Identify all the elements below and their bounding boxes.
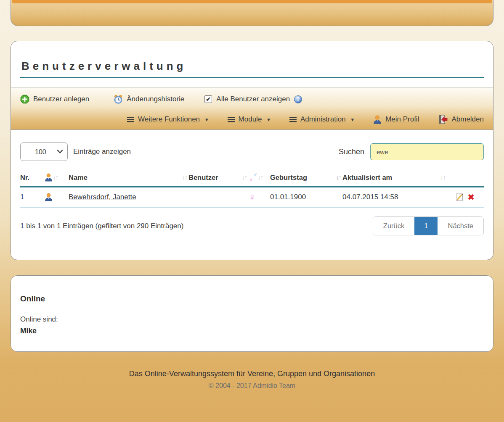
toolbar-band: Benutzer anlegen Änderungshistorie	[11, 87, 493, 130]
header-benutzer-label: Benutzer	[188, 174, 218, 182]
cell-gender: ♀	[248, 192, 270, 202]
page-title: Benutzerverwaltung	[20, 60, 484, 78]
cell-aktualisiert: 04.07.2015 14:58	[342, 193, 447, 201]
menu-item-administration[interactable]: Administration ▾	[289, 115, 354, 124]
header-aktualisiert-label: Aktualisiert am	[342, 174, 392, 182]
cell-name: Bewehrsdorf, Janette	[69, 193, 188, 201]
sort-icons[interactable]: ↓↑	[53, 174, 59, 181]
cell-member	[45, 193, 69, 201]
sort-icons[interactable]: ↓↑	[440, 174, 447, 181]
chevron-down-icon: ▾	[267, 116, 270, 123]
help-icon[interactable]: ?	[294, 95, 302, 103]
administration-link[interactable]: Administration	[300, 115, 346, 124]
title-wrap: Benutzerverwaltung	[11, 41, 493, 78]
page-length-group: 100 Einträge anzeigen	[20, 142, 131, 161]
menu-icon	[228, 117, 235, 122]
online-user-link[interactable]: Mike	[20, 327, 37, 335]
online-users-label: Online sind:	[20, 315, 484, 324]
toolbar-row: Benutzer anlegen Änderungshistorie	[20, 95, 484, 104]
clock-icon	[114, 95, 123, 104]
updated-value: 04.07.2015 14:58	[342, 193, 398, 201]
member-icon[interactable]	[45, 193, 53, 201]
online-panel-title: Online	[20, 294, 484, 303]
table-info-row: 1 bis 1 von 1 Einträgen (gefiltert von 2…	[20, 216, 484, 235]
cell-actions: ✖	[447, 193, 484, 201]
menu-item-weitere-funktionen[interactable]: Weitere Funktionen ▾	[127, 115, 208, 124]
search-label: Suchen	[339, 148, 364, 156]
mein-profil-link[interactable]: Mein Profil	[385, 115, 419, 124]
female-icon: ♀	[248, 192, 256, 202]
sort-icons[interactable]: ↓↑	[241, 174, 248, 181]
search-group: Suchen	[339, 143, 484, 160]
page-footer: Das Online-Verwaltungssystem für Vereine…	[11, 369, 493, 390]
cell-geburtstag: 01.01.1900	[270, 193, 342, 201]
module-link[interactable]: Module	[239, 115, 262, 124]
checkbox-check-icon: ✔	[206, 96, 211, 102]
edit-icon[interactable]	[455, 193, 464, 201]
footer-tagline: Das Online-Verwaltungssystem für Vereine…	[11, 369, 493, 378]
change-history-item[interactable]: Änderungshistorie	[114, 95, 184, 104]
create-user-item[interactable]: Benutzer anlegen	[20, 95, 89, 104]
show-all-users-label: Alle Benutzer anzeigen	[216, 95, 290, 103]
delete-icon[interactable]: ✖	[467, 193, 475, 201]
search-input[interactable]	[370, 143, 484, 160]
page-length-select[interactable]: 100	[20, 142, 68, 161]
header-gender-column[interactable]: ♂ ♀ ↓↑	[248, 172, 270, 182]
header-geburtstag[interactable]: Geburtstag ↓↑	[270, 174, 342, 182]
entries-info: 1 bis 1 von 1 Einträgen (gefiltert von 2…	[20, 222, 183, 230]
header-benutzer[interactable]: Benutzer ↓↑	[188, 174, 248, 182]
header-name-label: Name	[69, 174, 88, 182]
show-all-users-group: ✔ Alle Benutzer anzeigen ?	[204, 95, 302, 103]
table-controls-row: 100 Einträge anzeigen Suchen	[20, 142, 484, 161]
menu-icon	[289, 117, 297, 122]
sort-icons[interactable]: ↓↑	[336, 174, 342, 181]
header-member-column[interactable]: ↓↑	[45, 173, 69, 182]
table-header-row: Nr. ↓↑ Name ↓↑ Benutzer ↓↑	[20, 172, 484, 187]
table-row: 1 Bewehrsdorf, Janette ♀ 01.01.1900	[20, 187, 484, 208]
change-history-link[interactable]: Änderungshistorie	[127, 95, 184, 103]
top-panel-highlight-bar	[12, 0, 492, 3]
table-section: 100 Einträge anzeigen Suchen Nr.	[11, 130, 493, 260]
content-column: Benutzerverwaltung Benutzer anlegen	[11, 0, 493, 390]
pagination: Zurück 1 Nächste	[373, 216, 484, 235]
pagination-prev-button[interactable]: Zurück	[373, 217, 414, 235]
gender-icon: ♂ ♀	[248, 172, 257, 182]
header-nr: Nr.	[20, 174, 45, 182]
chevron-down-icon: ▾	[351, 116, 354, 123]
module-menu-row: Weitere Funktionen ▾ Module ▾ Administra…	[20, 115, 484, 124]
page-length-select-wrap: 100	[20, 142, 68, 161]
header-geburtstag-label: Geburtstag	[270, 174, 307, 182]
sort-icons[interactable]: ↓↑	[182, 174, 188, 181]
logout-door-icon	[438, 115, 448, 124]
header-name[interactable]: Name ↓↑	[69, 174, 188, 182]
entries-label: Einträge anzeigen	[73, 148, 131, 156]
show-all-users-checkbox[interactable]: ✔	[204, 95, 212, 103]
menu-item-mein-profil[interactable]: Mein Profil	[373, 115, 419, 124]
pagination-page-1-button[interactable]: 1	[414, 217, 438, 235]
user-name-link[interactable]: Bewehrsdorf, Janette	[69, 193, 136, 201]
pagination-next-button[interactable]: Nächste	[438, 217, 483, 235]
create-user-link[interactable]: Benutzer anlegen	[33, 95, 89, 103]
menu-item-abmelden[interactable]: Abmelden	[438, 115, 484, 124]
abmelden-link[interactable]: Abmelden	[451, 115, 484, 124]
top-panel	[11, 0, 493, 26]
user-management-panel: Benutzerverwaltung Benutzer anlegen	[11, 41, 493, 260]
footer-copyright: © 2004 - 2017 Admidio Team	[11, 382, 493, 390]
person-icon	[373, 115, 382, 124]
chevron-down-icon: ▾	[205, 116, 208, 123]
cell-nr: 1	[20, 193, 45, 201]
header-aktualisiert[interactable]: Aktualisiert am ↓↑	[342, 174, 447, 182]
member-icon	[45, 173, 53, 182]
add-icon	[20, 95, 29, 104]
menu-item-module[interactable]: Module ▾	[228, 115, 270, 124]
sort-icons[interactable]: ↓↑	[257, 174, 264, 181]
birthdate-value: 01.01.1900	[270, 193, 306, 201]
online-panel: Online Online sind: Mike	[11, 275, 493, 352]
menu-icon	[127, 117, 134, 122]
weitere-funktionen-link[interactable]: Weitere Funktionen	[138, 115, 200, 124]
